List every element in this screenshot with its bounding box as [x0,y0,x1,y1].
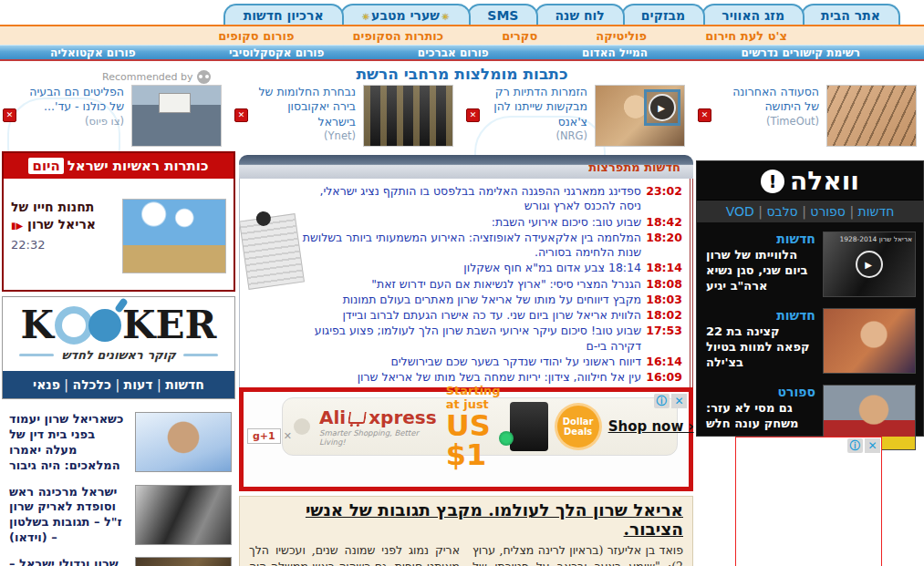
link-avrechim-forum[interactable]: פורום אברכים [418,46,489,59]
breaking-headline[interactable]: שבוע טוב: סיכום אירועי השבת: [492,215,641,230]
breaking-row: 18:20המלחמה בין אלקאעידה לאופוזציה: האיר… [300,231,682,261]
headline-link[interactable]: הלווייתו של שרון ביום שני, סגן נשיא ארה"… [706,248,815,294]
gplus-close-icon[interactable] [284,430,292,442]
headline-link[interactable]: קצינה בת 22 קפאה למוות בטיול בצ'ילה [706,324,815,371]
tab-flashes[interactable]: מבזקים [621,4,705,25]
ad-info-icon[interactable] [654,394,670,408]
divider [19,354,54,356]
play-icon[interactable] [644,89,680,126]
link-actualia-forum[interactable]: פורום אקטואליה [50,46,136,59]
breaking-headline[interactable]: הגנרל המצרי סיסי: "ארוץ לנשיאות אם העם י… [371,277,641,292]
tab-currency[interactable]: שערי מטבע [340,4,472,25]
walla-tab-celebs[interactable]: סלבס [754,204,798,219]
category-label[interactable]: חדשות [706,232,815,246]
timestamp: 18:42 [649,215,682,230]
headline-link[interactable]: ישראל מרכינה ראש וסופדת לאריק שרון ז"ל –… [9,485,126,547]
tab-scoops-forum[interactable]: פורום סקופים [218,29,294,43]
breaking-headline[interactable]: שבוע טוב! סיכום עיקר אירועי השבת שרון הל… [300,324,641,354]
ad-info-icon[interactable] [847,438,863,453]
breaking-headline[interactable]: המלחמה בין אלקאעידה לאופוזציה: האירוע המ… [300,231,641,261]
recommended-headline: הסעודה האחרונה של היתושה [732,85,819,113]
walla-tab-vod[interactable]: VOD [726,204,754,219]
divider [183,354,218,356]
tab-emergency-chat[interactable]: צ'ט לעת חירום [705,29,787,43]
mourning-photo[interactable] [135,485,232,545]
ad-close-icon[interactable] [671,394,687,408]
recommended-link[interactable]: הסעודה האחרונה של היתושה(TimeOut) [719,85,819,128]
close-icon[interactable] [234,108,248,122]
protest-thumbnail[interactable] [131,85,222,147]
recommended-link[interactable]: הפליטים הם הבעיה של כולנו - עד'...(צו פי… [24,85,124,128]
breaking-row: 18:1418:14 צבע אדום במ"א חוף אשקלון [300,261,682,275]
close-icon[interactable] [466,108,480,122]
recommended-by[interactable]: Recommended by [102,70,211,84]
list-item: כשאריאל שרון יעמוד בפני בית דין של מעלה … [2,406,235,479]
tab-news-archive[interactable]: ארכיון חדשות [223,4,344,25]
sharon-field-photo[interactable] [122,199,226,273]
rabbi-photo[interactable] [135,557,232,566]
tab-polls[interactable]: סקרים [502,29,537,43]
walla-tab-news[interactable]: חדשות [846,204,894,219]
tab-scoop-headlines[interactable]: כותרות הסקופים [353,29,444,43]
officer-photo[interactable] [823,308,916,374]
category-label[interactable]: ספורט [706,385,815,399]
tab-home[interactable]: אתר הבית [801,4,900,25]
kooker-ring-icon [55,306,93,345]
headline-link[interactable]: כשאריאל שרון יעמוד בפני בית דין של מעלה … [9,412,126,474]
beer-thumbnail[interactable] [363,85,453,147]
timestamp: 18:14 [649,261,682,275]
close-icon[interactable] [3,108,16,122]
link-red-mail[interactable]: המייל האדום [582,46,648,59]
headline-link[interactable]: שרון וגדולי ישראל – מה לחש שרון לרבי [9,557,126,566]
aliexpress-ad[interactable]: Alixpress Smarter Shopping, Better Livin… [282,397,678,456]
tab-weather[interactable]: מזג האוויר [701,4,805,25]
play-icon[interactable] [856,251,883,278]
kooker-box: K KER קוקר ראשונים לחדש חדשות דעות כלכלה… [2,296,235,399]
news-portal-page: אתר הבית מזג האוויר מבזקים לוח שנה SMS ש… [0,0,924,566]
recommended-link[interactable]: הזמרות הדתיות רק מבקשות שייתנו להן צ'אנס… [487,85,587,143]
kooker-nav-economy[interactable]: כלכלה [60,377,111,392]
shop-now-button[interactable]: Shop now › [608,418,694,435]
cart-icon [348,412,367,424]
sharon-video-thumbnail[interactable]: אריאל שרון 1928-2014 [823,232,916,297]
source-label: (Ynet) [255,129,356,143]
list-item: ישראל מרכינה ראש וסופדת לאריק שרון ז"ל –… [2,479,235,552]
mosquito-thumbnail[interactable] [826,85,917,147]
tab-sms[interactable]: SMS [467,4,538,25]
breaking-headline[interactable]: מקבץ דיווחים על מותו של אריאל שרון מאתרי… [343,293,641,307]
singer-thumbnail[interactable] [595,85,685,147]
politician-photo[interactable] [135,412,232,472]
walla-tab-sport[interactable]: ספורט [798,204,846,219]
breaking-headline[interactable]: דיווח ראשוני על יהודי שנדקר בשער שכם שבי… [390,355,641,369]
tab-politics[interactable]: פוליטיקה [596,29,647,43]
kooker-logo[interactable]: K KER [3,297,234,346]
tab-calendar[interactable]: לוח שנה [535,4,624,25]
logo-text: Ali [319,406,346,428]
kooker-tagline-row: קוקר ראשונים לחדש [3,346,234,371]
link-required-links[interactable]: רשימת קישורים נדרשים [742,46,861,59]
headline-link[interactable]: תחנות חייו של אריאל שרון 22:32 [11,199,115,273]
timestamp: 18:02 [649,308,682,323]
kooker-nav-opinions[interactable]: דעות [111,377,153,392]
kooker-nav-leisure[interactable]: פנאי [33,377,60,392]
breaking-headline[interactable]: הלווית אריאל שרון ביום שני. עד כה אישרו … [342,308,641,323]
article-title: אריאל שרון הלך לעולמו. מקבץ תגובות של אנ… [249,500,683,539]
ad-close-icon[interactable] [865,438,880,453]
recommended-link[interactable]: נבחרת החלומות של בירה יאקובסון בישראל(Yn… [255,85,356,143]
left-sidebar: כותרות ראשיות ישראלהיום תחנות חייו של אר… [2,151,235,566]
breaking-headline[interactable]: 18:14 צבע אדום במ"א חוף אשקלון [463,261,641,275]
timestamp: 22:32 [11,237,115,253]
close-icon[interactable] [698,108,711,122]
list-item: נבחרת החלומות של בירה יאקובסון בישראל(Yn… [234,85,453,147]
israel-hayom-box: כותרות ראשיות ישראלהיום תחנות חייו של אר… [2,151,235,292]
kooker-nav-news[interactable]: חדשות [153,377,204,392]
secondary-tab-bar: צ'ט לעת חירום פוליטיקה סקרים כותרות הסקו… [0,25,924,45]
breaking-headline[interactable]: ספדינג ממארגני ההפגנה האלימה בבלפסט בו ה… [300,184,641,214]
breaking-headline[interactable]: עין אל חילווה, צידון: יריות שמחה בשל מות… [358,370,641,385]
link-exclusive-forum[interactable]: פורום אקסקלוסיבי [229,46,324,59]
gplus-button[interactable]: g+1 [247,428,281,444]
walla-widget: וואלה חדשות ספורט סלבס VOD אריאל שרון 19… [696,160,924,437]
walla-logo[interactable]: וואלה [697,161,923,200]
list-item: אריאל שרון 1928-2014 חדשות הלווייתו של ש… [697,222,923,299]
category-label[interactable]: חדשות [706,308,815,323]
